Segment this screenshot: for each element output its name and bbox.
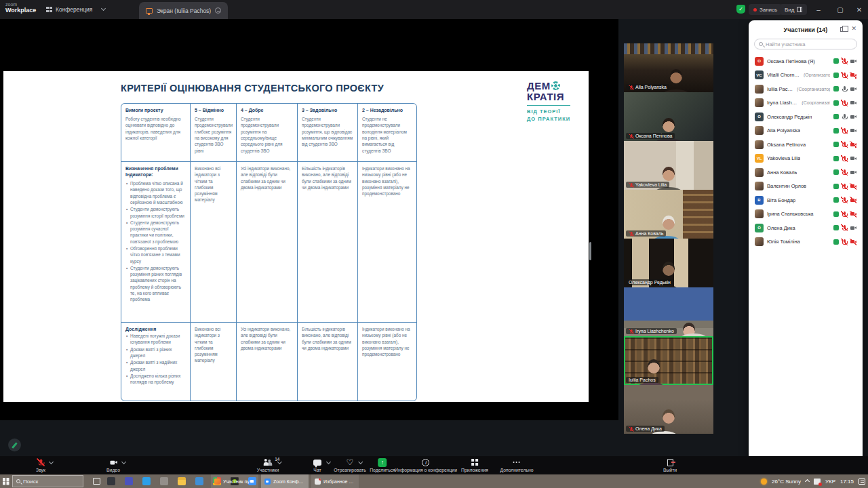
participant-search[interactable] (754, 39, 857, 49)
window-close-button[interactable]: ✕ (849, 0, 868, 19)
taskbar-app-icon[interactable] (125, 477, 133, 485)
participants-button[interactable]: 14 Участники (257, 458, 279, 472)
video-tile[interactable]: Оксана Петінова (624, 92, 713, 141)
grade-text: Індикатори виконано на низькому рівні (а… (362, 165, 412, 197)
video-tile[interactable]: Yakovleva Lilia (624, 141, 713, 190)
participant-row[interactable]: Alla Polyanska (750, 124, 861, 138)
participant-row[interactable]: О Олександр Редькін (750, 110, 861, 124)
participant-row[interactable]: Iuliia Pachos (Соорганизатор) (750, 82, 861, 96)
video-tile[interactable]: Alla Polyanska (624, 43, 713, 92)
task-view-button[interactable] (93, 478, 100, 485)
mic-status-icon (841, 100, 848, 106)
participant-row[interactable]: О Оксана Петінова (Я) (750, 54, 861, 68)
participant-name: Oksana Petinova (767, 142, 806, 148)
security-shield-icon[interactable]: ✓ (736, 5, 745, 14)
participant-row[interactable]: Iryna Liashchen... (Соорганизатор) (750, 96, 861, 110)
favorites-window-icon (315, 479, 321, 485)
participants-panel: Участники (14) ✕ О Оксана Петінова (Я) V… (749, 20, 863, 473)
start-button[interactable] (0, 474, 12, 488)
weather-label[interactable]: 26°C Sunny (772, 479, 801, 485)
criterion-bullet: Студенти демонструють розуміння різних п… (125, 265, 186, 303)
participant-row[interactable]: О Олена Дика (750, 221, 861, 235)
chat-button[interactable]: Чат (313, 458, 321, 472)
search-input[interactable] (766, 41, 852, 47)
chevron-up-icon[interactable] (358, 460, 363, 464)
annotation-pencil-button[interactable] (8, 439, 21, 451)
video-tile[interactable]: Олександр Редькін (624, 239, 713, 287)
criterion-title: Дослідження (125, 326, 186, 332)
share-screen-button[interactable]: ↑ Поделиться (370, 458, 395, 472)
language-indicator[interactable]: УКР (825, 479, 835, 485)
mic-status-icon (841, 224, 848, 231)
folder-icon[interactable] (178, 477, 186, 485)
chevron-down-icon[interactable] (101, 6, 106, 11)
weather-sun-icon[interactable] (761, 479, 767, 485)
video-tile-active-speaker[interactable]: Iuliia Pachos (624, 336, 713, 385)
leave-icon (667, 459, 673, 466)
zoom-workplace-logo: zoom Workplace (5, 2, 36, 14)
minimize-tab-icon[interactable] (215, 7, 221, 14)
video-name-label: Iuliia Pachos (629, 378, 656, 382)
participant-row[interactable]: YL Yakovleva Lilia (750, 152, 861, 166)
chevron-up-icon[interactable] (121, 460, 126, 464)
notification-center-icon[interactable] (859, 479, 865, 485)
criterion-bullet: Досліджено кілька різних поглядів на про… (125, 373, 186, 386)
camera-status-icon (850, 100, 856, 106)
tab-conference[interactable]: Конференция (41, 0, 98, 19)
view-button[interactable]: Вид (780, 4, 807, 15)
participant-row[interactable]: Валентин Орлов (750, 180, 861, 194)
window-minimize-button[interactable]: – (808, 0, 829, 19)
more-button[interactable]: Дополнительно (500, 458, 534, 472)
search-placeholder: Поиск (23, 479, 38, 485)
mail-app-icon[interactable] (195, 477, 203, 485)
taskbar-app-icon[interactable] (142, 477, 151, 485)
participant-name: Анна Коваль (767, 169, 797, 176)
taskbar-app-icon[interactable] (160, 477, 168, 485)
tray-app-icon[interactable] (814, 479, 821, 485)
video-button[interactable]: Видео (106, 458, 120, 472)
recording-indicator[interactable]: Запись (749, 4, 782, 15)
scrollbar-thumb[interactable] (589, 242, 591, 260)
chevron-up-icon[interactable] (277, 460, 281, 464)
window-maximize-button[interactable]: ▢ (830, 0, 850, 19)
participant-row[interactable]: В Віта Бондар (750, 193, 861, 207)
participant-name: Yakovleva Lilia (767, 155, 800, 161)
sound-button[interactable]: Звук (36, 458, 45, 472)
video-tile[interactable]: Анна Коваль (624, 190, 713, 239)
video-tile[interactable]: Iryna Liashchenko (624, 287, 713, 336)
recording-badge (833, 156, 839, 161)
camera-status-icon (850, 224, 856, 231)
brand-top: zoom (5, 2, 36, 7)
camera-status-icon (850, 127, 856, 134)
popout-icon[interactable] (840, 27, 845, 32)
apps-button[interactable]: Приложения (461, 458, 488, 472)
taskbar-search[interactable]: Поиск (12, 475, 83, 487)
participant-row[interactable]: VC Vitalii Chornenkyi (Организатор) (750, 68, 861, 83)
clock[interactable]: 17:15 (840, 479, 854, 485)
close-icon[interactable]: ✕ (851, 25, 856, 32)
participant-row[interactable]: Юлія Томіліна (750, 235, 861, 249)
taskbar-window-button[interactable]: Избранное @ Nazar... (311, 474, 359, 488)
chevron-up-icon[interactable] (326, 460, 331, 464)
col-desc: Роботу студентів необхідно оцінювати від… (125, 116, 186, 141)
tray-expand-icon[interactable] (805, 479, 810, 483)
taskbar-window-button-active[interactable]: Zoom Конференция (261, 474, 309, 488)
participant-row[interactable]: Ірина Станьковська (750, 207, 861, 222)
leave-button[interactable]: Выйти (663, 458, 677, 472)
taskbar-app-icon[interactable] (107, 477, 115, 485)
react-button[interactable]: ♡ Отреагировать (334, 458, 366, 472)
recording-badge (833, 225, 839, 230)
heart-icon: ♡ (347, 459, 354, 466)
grade-cell: Більшість індикаторів виконано, але відп… (298, 323, 358, 401)
taskbar-window-button[interactable]: Участник публикац... (211, 474, 258, 488)
mic-status-icon (841, 183, 848, 190)
search-icon (16, 479, 20, 483)
participant-row[interactable]: Анна Коваль (750, 165, 861, 180)
chevron-up-icon[interactable] (49, 460, 54, 464)
participant-row[interactable]: Oksana Petinova (750, 138, 861, 152)
brand-bottom: Workplace (5, 7, 36, 14)
meeting-info-button[interactable]: i Информация о конференции (395, 458, 457, 472)
logo-line2: КРАТІЯ (527, 92, 576, 102)
video-tile[interactable]: Олена Дика (624, 385, 713, 434)
tab-screen-share[interactable]: Экран (Iuliia Pachos) (139, 2, 228, 19)
